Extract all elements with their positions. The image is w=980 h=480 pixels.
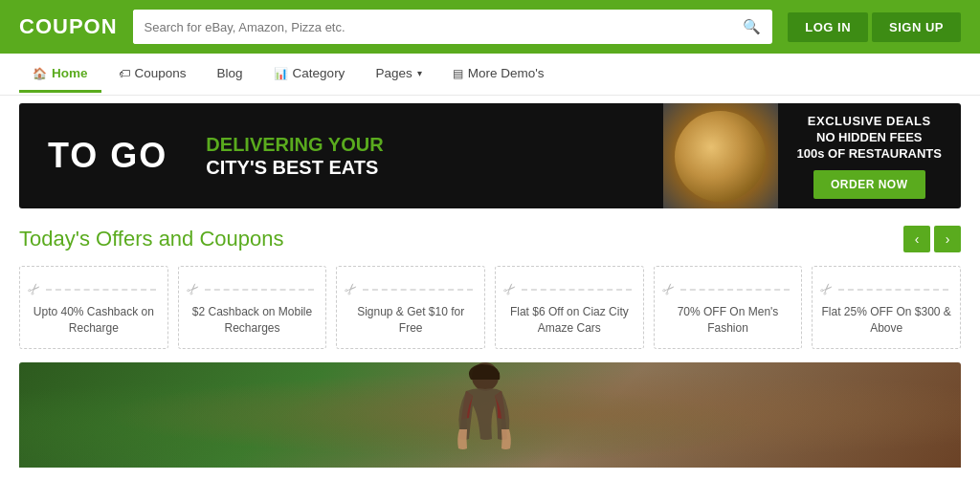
scissors-icon: ✂ — [23, 278, 45, 300]
pages-dropdown-icon: ▾ — [417, 68, 422, 78]
offers-title: Today's Offers and Coupons — [19, 227, 284, 251]
scissors-icon: ✂ — [657, 278, 679, 300]
banner-food-image — [663, 103, 778, 208]
nav-item-coupons[interactable]: 🏷 Coupons — [105, 56, 200, 93]
logo: COUPON — [19, 14, 118, 39]
coupon-icon-3: ✂ — [503, 280, 635, 298]
nav-item-home[interactable]: 🏠 Home — [19, 56, 101, 93]
nav-label-more-demos: More Demo's — [468, 66, 545, 80]
coupon-card-0[interactable]: ✂ Upto 40% Cashback on Recharge — [19, 266, 168, 349]
search-input[interactable] — [133, 10, 732, 44]
person-silhouette — [394, 362, 586, 468]
banner-middle: DELIVERING YOUR CITY'S BEST EATS — [196, 133, 662, 179]
banner-right: EXCLUSIVE DEALS NO HIDDEN FEES 100s OF R… — [778, 114, 961, 199]
scissors-icon: ✂ — [816, 278, 838, 300]
offers-header: Today's Offers and Coupons ‹ › — [19, 226, 961, 252]
scissors-icon: ✂ — [182, 278, 204, 300]
more-demos-icon: ▤ — [453, 67, 463, 80]
search-button[interactable]: 🔍 — [731, 10, 772, 44]
main-nav: 🏠 Home 🏷 Coupons Blog 📊 Category Pages ▾… — [0, 54, 980, 96]
coupon-text-3: Flat $6 Off on Ciaz City Amaze Cars — [503, 304, 635, 337]
order-now-button[interactable]: ORDER NOW — [813, 170, 925, 199]
coupon-card-4[interactable]: ✂ 70% OFF On Men's Fashion — [654, 266, 803, 349]
banner-citysbest-text: CITY'S BEST EATS — [206, 156, 653, 179]
header: COUPON 🔍 LOG IN SIGN UP — [0, 0, 980, 54]
bottom-banner — [19, 362, 961, 468]
signup-button[interactable]: SIGN UP — [872, 12, 961, 42]
banner-delivering-text: DELIVERING YOUR — [206, 133, 653, 156]
coupon-text-2: Signup & Get $10 for Free — [345, 304, 477, 337]
category-icon: 📊 — [274, 67, 288, 80]
offers-next-button[interactable]: › — [934, 226, 961, 252]
banner-hundreds-text: 100s OF RESTAURANTS — [797, 146, 942, 161]
food-circle — [675, 111, 766, 202]
hero-banner: TO GO DELIVERING YOUR CITY'S BEST EATS E… — [19, 103, 961, 208]
banner-nohidden-text: NO HIDDEN FEES — [797, 130, 942, 144]
coupons-icon: 🏷 — [119, 67, 130, 80]
offers-nav: ‹ › — [903, 226, 961, 252]
nav-label-coupons: Coupons — [135, 66, 187, 80]
offers-section: Today's Offers and Coupons ‹ › ✂ Upto 40… — [0, 208, 980, 362]
banner-togo-text: TO GO — [48, 139, 167, 173]
nav-label-category: Category — [293, 66, 345, 80]
scissors-icon: ✂ — [341, 278, 363, 300]
banner-exclusive-text: EXCLUSIVE DEALS — [797, 114, 942, 128]
scissors-icon: ✂ — [499, 278, 521, 300]
nav-item-pages[interactable]: Pages ▾ — [362, 56, 434, 93]
nav-item-more-demos[interactable]: ▤ More Demo's — [439, 56, 558, 93]
header-buttons: LOG IN SIGN UP — [788, 12, 961, 42]
coupon-card-3[interactable]: ✂ Flat $6 Off on Ciaz City Amaze Cars — [495, 266, 644, 349]
nav-label-home: Home — [52, 66, 88, 80]
home-icon: 🏠 — [33, 67, 47, 80]
bottom-banner-overlay — [19, 362, 961, 468]
nav-item-category[interactable]: 📊 Category — [260, 56, 359, 93]
coupon-card-2[interactable]: ✂ Signup & Get $10 for Free — [336, 266, 485, 349]
coupon-text-4: 70% OFF On Men's Fashion — [662, 304, 794, 337]
coupon-icon-2: ✂ — [345, 280, 477, 298]
coupon-text-1: $2 Cashback on Mobile Recharges — [187, 304, 319, 337]
coupon-card-5[interactable]: ✂ Flat 25% OFF On $300 & Above — [812, 266, 961, 349]
nav-label-pages: Pages — [375, 66, 412, 80]
coupon-icon-0: ✂ — [28, 280, 160, 298]
coupon-text-0: Upto 40% Cashback on Recharge — [28, 304, 160, 337]
coupons-grid: ✂ Upto 40% Cashback on Recharge ✂ $2 Cas… — [19, 266, 961, 349]
coupon-card-1[interactable]: ✂ $2 Cashback on Mobile Recharges — [178, 266, 327, 349]
login-button[interactable]: LOG IN — [788, 12, 868, 42]
coupon-text-5: Flat 25% OFF On $300 & Above — [820, 304, 952, 337]
offers-prev-button[interactable]: ‹ — [903, 226, 930, 252]
coupon-icon-1: ✂ — [187, 280, 319, 298]
coupon-icon-4: ✂ — [662, 280, 794, 298]
banner-left: TO GO — [19, 139, 196, 173]
nav-label-blog: Blog — [217, 66, 243, 80]
search-bar: 🔍 — [133, 10, 773, 44]
coupon-icon-5: ✂ — [820, 280, 952, 298]
nav-item-blog[interactable]: Blog — [204, 56, 256, 93]
